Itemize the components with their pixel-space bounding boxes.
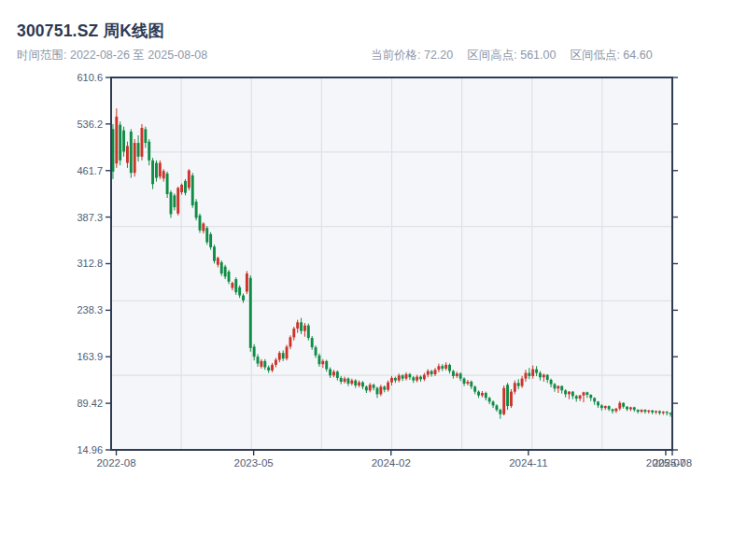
stat-current-price: 当前价格: 72.20 xyxy=(371,48,453,63)
candle xyxy=(166,172,169,198)
y-tick-label: 14.96 xyxy=(4,443,103,456)
x-tick-label: 2022-08 xyxy=(96,456,135,469)
y-tick-label: 312.8 xyxy=(4,257,103,270)
stat-range-high: 区间高点: 561.00 xyxy=(467,48,556,63)
candle xyxy=(141,124,144,161)
candle xyxy=(191,173,194,208)
date-range-label: 时间范围: 2022-08-26 至 2025-08-08 xyxy=(17,48,207,63)
price-stats: 当前价格: 72.20 区间高点: 561.00 区间低点: 64.60 xyxy=(371,48,653,63)
candle xyxy=(159,161,162,179)
candle xyxy=(115,108,118,168)
candle xyxy=(213,245,216,263)
candle xyxy=(188,169,190,190)
candle xyxy=(205,226,208,245)
candle xyxy=(134,139,136,176)
plot-area xyxy=(111,77,672,450)
y-tick-label: 238.3 xyxy=(4,303,103,316)
candle xyxy=(130,129,133,177)
candle xyxy=(209,232,212,250)
x-tick-label: 2025-08 xyxy=(653,456,692,469)
candle xyxy=(307,324,310,341)
y-tick-label: 89.42 xyxy=(4,397,103,410)
candle xyxy=(506,383,509,410)
x-tick-label: 2025-07 xyxy=(646,456,685,469)
y-tick-label: 461.7 xyxy=(4,164,103,177)
y-tick-label: 610.6 xyxy=(4,71,103,84)
y-tick-label: 536.2 xyxy=(4,118,103,131)
candle xyxy=(195,199,198,220)
candle xyxy=(119,121,121,165)
candle xyxy=(502,385,505,415)
y-tick-label: 387.3 xyxy=(4,211,103,224)
candle xyxy=(249,275,252,352)
candle xyxy=(176,187,179,216)
kline-chart-window: 300751.SZ 周K线图 时间范围: 2022-08-26 至 2025-0… xyxy=(0,0,747,560)
page-title: 300751.SZ 周K线图 xyxy=(17,20,164,42)
stat-range-low: 区间低点: 64.60 xyxy=(570,48,652,63)
candle xyxy=(286,344,289,360)
candle xyxy=(510,389,513,408)
candle xyxy=(199,214,202,233)
x-tick-label: 2023-05 xyxy=(234,456,274,469)
x-tick-label: 2024-02 xyxy=(372,456,411,469)
x-tick-label: 2024-11 xyxy=(509,456,547,469)
candle xyxy=(170,190,173,217)
candle xyxy=(234,277,237,295)
y-tick-label: 163.9 xyxy=(4,350,103,363)
candlestick-svg xyxy=(111,77,672,450)
candle xyxy=(246,271,248,294)
